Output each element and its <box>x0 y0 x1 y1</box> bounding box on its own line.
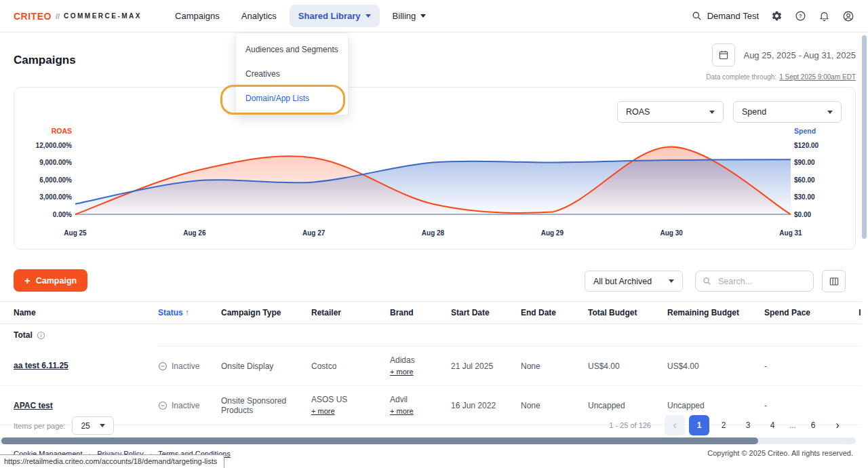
cell-start: 16 Jun 2022 <box>451 386 521 425</box>
svg-text:$60.00: $60.00 <box>794 176 815 184</box>
table-row[interactable]: aa test 6.11.25InactiveOnsite DisplayCos… <box>0 347 861 386</box>
account-icon[interactable] <box>842 10 854 22</box>
settings-icon[interactable] <box>771 10 783 22</box>
table-toolbar: All but Archived <box>585 270 846 292</box>
date-range-value[interactable]: Aug 25, 2025 - Aug 31, 2025 <box>743 50 856 60</box>
page-ellipsis: ... <box>787 421 799 430</box>
svg-text:Aug 25: Aug 25 <box>64 229 87 237</box>
left-metric-select[interactable]: ROAS <box>617 101 724 123</box>
nav-item-analytics[interactable]: Analytics <box>233 5 285 27</box>
data-complete-label: Data complete through: <box>706 73 776 81</box>
pagination: 1 - 25 of 126 ‹ 1234...6 › <box>609 415 848 435</box>
shared-library-menu: Audiences and SegmentsCreativesDomain/Ap… <box>235 33 349 115</box>
column-header-label: End Date <box>521 308 556 317</box>
info-icon <box>37 331 45 340</box>
items-per-page-select[interactable]: 25 <box>72 416 114 435</box>
account-name: Demand Test <box>707 11 759 21</box>
page-range: 1 - 25 of 126 <box>609 421 651 429</box>
svg-text:$30.00: $30.00 <box>794 193 815 201</box>
right-metric-select[interactable]: Spend <box>733 101 842 123</box>
column-header-label: Spend Pace <box>764 308 810 317</box>
nav-item-label: Billing <box>393 11 416 21</box>
page-button-1[interactable]: 1 <box>689 415 709 435</box>
horizontal-scrollbar-thumb[interactable] <box>1 437 758 444</box>
page-button-3[interactable]: 3 <box>738 415 758 435</box>
search-box <box>695 271 814 292</box>
chevron-right-icon[interactable]: › <box>827 415 848 435</box>
more-link[interactable]: + more <box>390 368 414 376</box>
cell-brand-value: Adidas <box>390 355 444 365</box>
table-total-row: Total00 <box>0 324 861 347</box>
column-header-remaining-budget[interactable]: Remaining Budget <box>667 302 764 324</box>
column-header-start-date[interactable]: Start Date <box>451 302 521 324</box>
column-header-status[interactable]: Status↑ <box>158 302 221 324</box>
calendar-button[interactable] <box>712 43 735 66</box>
column-header-label: Remaining Budget <box>667 308 739 317</box>
column-header-end-date[interactable]: End Date <box>521 302 588 324</box>
status-filter-select[interactable]: All but Archived <box>585 271 683 292</box>
column-header-spend-pace[interactable]: Spend Pace <box>764 302 852 324</box>
search-input[interactable] <box>717 276 801 287</box>
status-badge: Inactive <box>158 401 214 410</box>
cell-brand: Adidas+ more <box>390 347 451 386</box>
horizontal-scrollbar[interactable] <box>0 437 856 444</box>
inactive-status-icon <box>158 401 167 410</box>
cell-total_budget: US$4.00 <box>588 347 667 386</box>
column-header-total-budget[interactable]: Total Budget <box>588 302 667 324</box>
logo-product: COMMERCE-MAX <box>64 12 142 20</box>
svg-text:Aug 29: Aug 29 <box>541 229 564 237</box>
chevron-left-icon[interactable]: ‹ <box>665 415 685 435</box>
caret-down-icon <box>669 279 674 283</box>
nav-item-billing[interactable]: Billing <box>384 5 435 27</box>
date-picker: Aug 25, 2025 - Aug 31, 2025 <box>712 43 856 66</box>
column-header-campaign-type[interactable]: Campaign Type <box>221 302 311 324</box>
data-complete-link[interactable]: 1 Sept 2025 9:00am EDT <box>779 73 856 81</box>
svg-text:Aug 30: Aug 30 <box>660 229 683 237</box>
cell-status: Inactive <box>158 347 221 386</box>
add-campaign-button[interactable]: + Campaign <box>14 269 87 292</box>
column-header-impressions[interactable]: Impressions <box>852 302 861 324</box>
notifications-icon[interactable] <box>818 10 830 22</box>
menu-item-creatives[interactable]: Creatives <box>236 62 348 86</box>
vertical-scrollbar-thumb[interactable] <box>862 35 867 239</box>
page-button-6[interactable]: 6 <box>803 415 823 435</box>
nav-item-label: Campaigns <box>175 11 220 21</box>
main-nav: CampaignsAnalyticsShared LibraryBilling <box>166 5 435 27</box>
svg-text:Aug 26: Aug 26 <box>183 229 206 237</box>
more-link[interactable]: + more <box>390 407 414 415</box>
total-cell-name: Total <box>0 324 158 346</box>
add-campaign-label: Campaign <box>36 276 77 286</box>
page-button-2[interactable]: 2 <box>713 415 734 435</box>
nav-item-label: Analytics <box>241 11 277 21</box>
help-icon[interactable]: ? <box>795 10 806 22</box>
column-header-brand[interactable]: Brand <box>390 302 451 324</box>
caret-down-icon <box>100 424 105 427</box>
nav-item-label: Shared Library <box>298 11 361 21</box>
chart-metric-controls: ROAS Spend <box>617 101 842 123</box>
campaign-name-link[interactable]: APAC test <box>14 401 53 410</box>
column-header-label: Name <box>14 308 36 317</box>
more-link[interactable]: + more <box>311 407 335 415</box>
svg-text:Aug 31: Aug 31 <box>779 229 802 237</box>
total-cell-brand <box>390 324 451 347</box>
caret-down-icon <box>420 14 426 18</box>
total-cell-retailer <box>311 324 390 347</box>
column-header-name[interactable]: Name <box>0 302 158 324</box>
criteo-logo[interactable]: CRITEO // COMMERCE-MAX <box>14 11 142 22</box>
total-cell-remaining_budget <box>667 324 764 347</box>
campaigns-table: NameStatus↑Campaign TypeRetailerBrandSta… <box>0 301 861 425</box>
cell-remaining_budget: US$4.00 <box>667 347 764 386</box>
account-switcher[interactable]: Demand Test <box>692 11 759 21</box>
cell-retailer: ASOS US+ more <box>311 386 390 425</box>
menu-item-domain-app-lists[interactable]: Domain/App Lists <box>236 86 348 111</box>
page-button-4[interactable]: 4 <box>762 415 783 435</box>
menu-item-audiences-and-segments[interactable]: Audiences and Segments <box>236 37 348 62</box>
total-label: Total <box>14 330 33 340</box>
svg-text:ROAS: ROAS <box>52 127 72 135</box>
columns-settings-button[interactable] <box>822 270 846 292</box>
campaign-name-link[interactable]: aa test 6.11.25 <box>14 361 68 370</box>
column-header-retailer[interactable]: Retailer <box>311 302 390 324</box>
nav-item-shared-library[interactable]: Shared Library <box>290 5 380 27</box>
nav-item-campaigns[interactable]: Campaigns <box>166 5 229 27</box>
search-icon <box>692 11 702 21</box>
